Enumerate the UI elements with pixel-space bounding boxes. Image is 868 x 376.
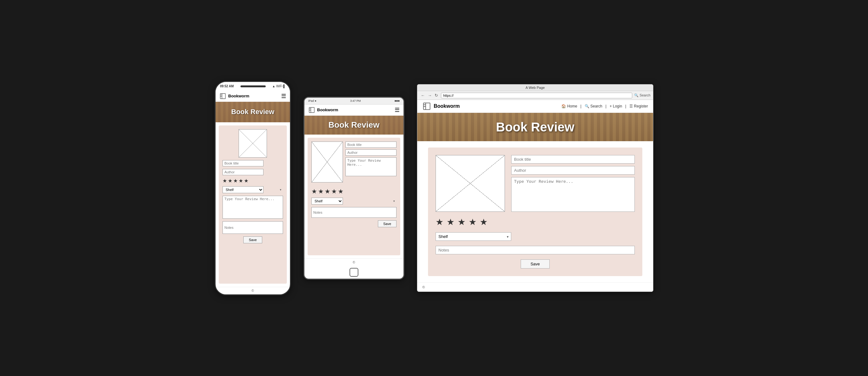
phone-menu-button[interactable]: ☰ <box>281 93 286 100</box>
nav-register-link[interactable]: ☰ Register <box>629 104 648 108</box>
phone-copyright: © <box>251 289 254 292</box>
phone-review-textarea[interactable] <box>222 196 283 219</box>
tablet-star-4[interactable]: ★ <box>331 188 337 195</box>
phone-nav: Bookworm ☰ <box>216 91 290 102</box>
browser-stars: ★ ★ ★ ★ ★ <box>436 217 635 227</box>
browser-logo-text: Bookworm <box>434 103 460 109</box>
browser-nav-links: 🏠 Home | 🔍 Search | + Login | ☰ Register <box>561 104 648 108</box>
tablet-right-column <box>345 142 397 183</box>
browser-notes-input[interactable] <box>436 246 635 254</box>
phone-status-bar: 09:52 AM ▲ WiFi ▌ <box>216 82 290 91</box>
tablet-book-title-input[interactable] <box>345 142 397 148</box>
tablet-frame: iPad ● 3:47 PM ■■■ Bookworm ☰ Book Revie… <box>304 97 404 280</box>
tablet-shelf-wrapper: Shelf Read Reading Want to Read <box>311 198 397 205</box>
tablet-author-input[interactable] <box>345 149 397 156</box>
tablet-review-textarea[interactable] <box>345 157 397 176</box>
browser-hero-title: Book Review <box>496 120 575 134</box>
phone-stars: ★ ★ ★ ★ ★ <box>222 178 283 184</box>
tablet-logo: Bookworm <box>308 106 338 114</box>
tablet-save-button[interactable]: Save <box>378 220 397 227</box>
browser-frame: A Web Page ← → ↻ 🔍 Search Bookworm 🏠 Hom… <box>417 84 653 292</box>
phone-star-2[interactable]: ★ <box>228 178 232 184</box>
tablet-status-left: iPad ● <box>308 99 316 102</box>
browser-forward-button[interactable]: → <box>427 92 433 98</box>
browser-form-card: ★ ★ ★ ★ ★ Shelf Read Reading Want to Rea… <box>428 148 642 276</box>
tablet-nav: Bookworm ☰ <box>305 105 403 116</box>
phone-star-5[interactable]: ★ <box>244 178 248 184</box>
svg-rect-8 <box>424 103 430 110</box>
phone-author-input[interactable] <box>222 169 264 175</box>
nav-home-link[interactable]: 🏠 Home <box>561 104 577 108</box>
browser-search-label: 🔍 Search <box>634 93 651 97</box>
phone-hero: Book Review <box>216 102 290 122</box>
browser-logo: Bookworm <box>422 102 460 111</box>
browser-author-input[interactable] <box>511 166 635 175</box>
tablet-logo-text: Bookworm <box>317 107 338 112</box>
phone-footer: © <box>216 287 290 294</box>
browser-url-bar[interactable] <box>441 93 632 98</box>
browser-content: ★ ★ ★ ★ ★ Shelf Read Reading Want to Rea… <box>417 141 653 282</box>
nav-login-link[interactable]: + Login <box>610 104 622 108</box>
tablet-menu-button[interactable]: ☰ <box>395 106 400 114</box>
browser-footer: © <box>417 282 653 291</box>
browser-star-4[interactable]: ★ <box>469 217 476 227</box>
tablet-stars: ★ ★ ★ ★ ★ <box>311 188 397 195</box>
browser-shelf-select[interactable]: Shelf Read Reading Want to Read <box>436 232 511 241</box>
tablet-star-2[interactable]: ★ <box>318 188 324 195</box>
browser-hero: Book Review <box>417 113 653 141</box>
browser-star-3[interactable]: ★ <box>458 217 466 227</box>
phone-star-4[interactable]: ★ <box>239 178 243 184</box>
tablet-time: 3:47 PM <box>350 99 361 102</box>
tablet-status-right: ■■■ <box>395 99 400 102</box>
phone-star-1[interactable]: ★ <box>222 178 227 184</box>
mobile-phone-frame: 09:52 AM ▲ WiFi ▌ Bookworm ☰ Book Review… <box>215 81 291 295</box>
tablet-book-image <box>311 142 343 183</box>
tablet-copyright: © <box>353 261 355 264</box>
tablet-shelf-select[interactable]: Shelf Read Reading Want to Read <box>311 198 343 205</box>
tablet-footer: © <box>305 258 403 266</box>
browser-book-icon <box>422 102 431 111</box>
browser-back-button[interactable]: ← <box>420 92 426 98</box>
tablet-book-icon <box>308 106 315 114</box>
phone-form-area: ★ ★ ★ ★ ★ Shelf Read Reading Want to Rea… <box>219 125 287 284</box>
tablet-star-3[interactable]: ★ <box>324 188 330 195</box>
phone-book-image <box>239 129 267 158</box>
phone-hero-title: Book Review <box>231 108 275 116</box>
browser-book-title-input[interactable] <box>511 155 635 164</box>
phone-book-title-input[interactable] <box>222 160 264 166</box>
phone-save-button[interactable]: Save <box>243 237 262 243</box>
tablet-hero-title: Book Review <box>329 120 379 130</box>
browser-copyright: © <box>422 285 425 289</box>
phone-status-icons: ▲ WiFi ▌ <box>272 85 285 88</box>
browser-toolbar: ← → ↻ 🔍 Search <box>417 91 653 100</box>
browser-star-5[interactable]: ★ <box>480 217 488 227</box>
phone-shelf-wrapper: Shelf Read Reading Want to Read <box>222 186 283 193</box>
phone-star-3[interactable]: ★ <box>233 178 238 184</box>
tablet-star-1[interactable]: ★ <box>311 188 317 195</box>
browser-star-1[interactable]: ★ <box>436 217 443 227</box>
nav-search-link[interactable]: 🔍 Search <box>585 104 602 108</box>
browser-page-title: A Web Page <box>526 86 545 90</box>
tablet-save-wrapper: Save <box>311 220 397 227</box>
browser-right-column <box>511 155 635 212</box>
svg-rect-0 <box>220 93 226 99</box>
tablet-star-5[interactable]: ★ <box>338 188 344 195</box>
browser-star-2[interactable]: ★ <box>446 217 455 227</box>
browser-nav-buttons: ← → ↻ <box>420 92 439 98</box>
phone-time: 09:52 AM <box>220 85 234 88</box>
tablet-status-bar: iPad ● 3:47 PM ■■■ <box>305 98 403 105</box>
browser-review-textarea[interactable] <box>511 177 635 212</box>
phone-shelf-select[interactable]: Shelf Read Reading Want to Read <box>222 186 264 193</box>
phone-logo: Bookworm <box>219 93 249 100</box>
browser-book-image <box>436 155 505 212</box>
tablet-home-button[interactable] <box>349 268 359 277</box>
tablet-form-top <box>311 142 397 183</box>
browser-save-button[interactable]: Save <box>521 259 550 269</box>
phone-notch <box>241 86 266 87</box>
browser-refresh-button[interactable]: ↻ <box>434 92 439 98</box>
browser-shelf-wrapper: Shelf Read Reading Want to Read <box>436 232 511 241</box>
phone-notes-input[interactable] <box>222 221 283 234</box>
tablet-notes-input[interactable] <box>311 207 397 218</box>
tablet-hero: Book Review <box>305 116 403 134</box>
phone-logo-text: Bookworm <box>228 94 249 98</box>
